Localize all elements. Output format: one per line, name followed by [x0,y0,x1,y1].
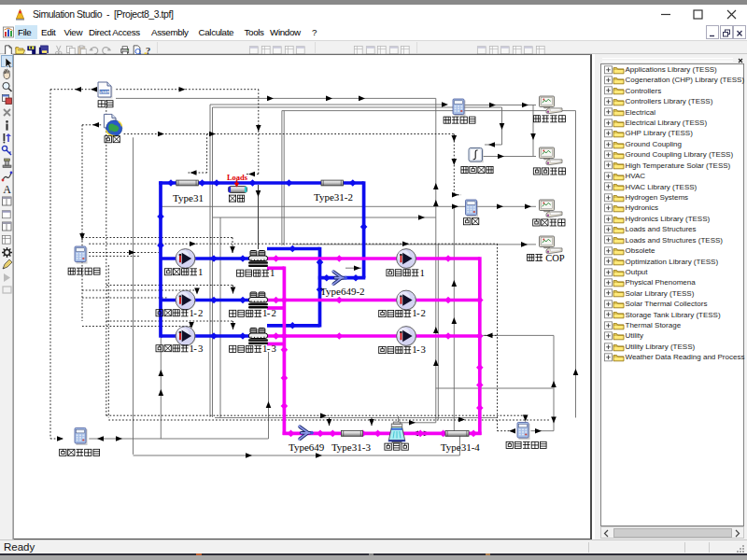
svg-text:Type31-4: Type31-4 [441,441,480,453]
svg-text:Type31: Type31 [173,191,204,203]
svg-text:A: A [3,183,11,195]
svg-text:-: - [193,342,197,353]
svg-text:USER: USER [99,89,109,93]
svg-text:3: 3 [198,342,203,353]
svg-text:1: 1 [270,267,275,278]
svg-text:3: 3 [271,343,275,354]
svg-text:2: 2 [198,306,203,317]
svg-text:Type649-2: Type649-2 [320,286,365,297]
svg-text:-: - [416,307,420,318]
svg-text:Type31-2: Type31-2 [314,191,353,203]
svg-text:-: - [416,343,420,355]
svg-text:1: 1 [419,266,424,277]
svg-text:-: - [193,306,197,317]
svg-text:Type31-3: Type31-3 [331,441,371,453]
svg-text:3: 3 [421,343,426,355]
svg-text:1: 1 [198,265,203,276]
svg-text:COP: COP [545,252,565,262]
svg-text:-: - [267,343,271,354]
svg-text:2: 2 [271,307,275,318]
svg-text:2: 2 [421,307,426,318]
svg-text:Type649: Type649 [289,441,325,453]
svg-text:-: - [267,307,271,318]
